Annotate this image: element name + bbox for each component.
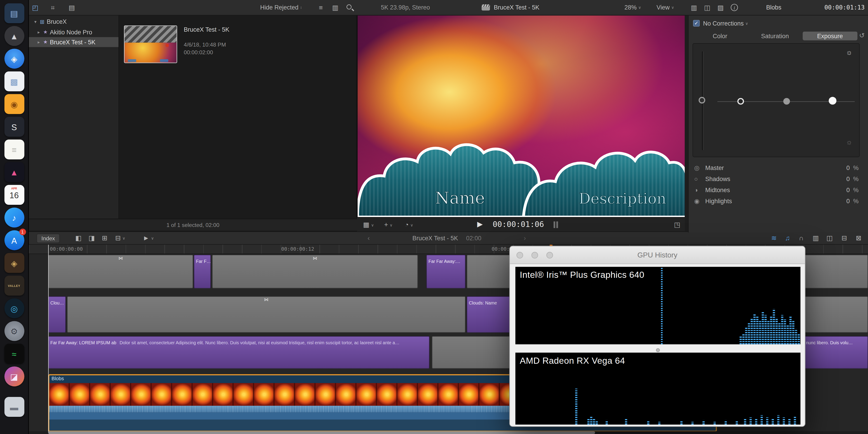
expand-viewer-icon[interactable]: ◳ xyxy=(674,220,680,229)
list-view-icon[interactable]: ▥ xyxy=(332,3,338,12)
shadows-ring-icon[interactable]: ○ xyxy=(694,176,698,182)
audio-skimming-icon[interactable]: ♫ xyxy=(785,234,790,242)
master-ring-icon[interactable]: ◎ xyxy=(694,164,700,172)
highlights-knob[interactable] xyxy=(829,97,836,105)
dock-s-app[interactable]: S xyxy=(4,117,24,137)
index-button[interactable]: Index xyxy=(37,234,60,243)
timeline-back-arrow[interactable]: ‹ xyxy=(368,234,370,242)
timeline-clip[interactable]: Clou… xyxy=(48,296,66,333)
solo-icon[interactable]: ∩ xyxy=(799,234,804,242)
zoom-dropdown[interactable]: 28%∨ xyxy=(624,4,641,10)
tab-color[interactable]: Color xyxy=(692,32,747,40)
shadows-knob[interactable] xyxy=(737,98,744,104)
row-value[interactable]: 0 xyxy=(846,197,850,204)
reset-icon[interactable]: ↺ xyxy=(859,31,865,40)
dock-app-editor[interactable]: ▤ xyxy=(4,3,24,23)
row-value[interactable]: 0 xyxy=(846,176,850,182)
overlays-icon[interactable]: +∨ xyxy=(384,220,393,230)
keyword-editor-icon[interactable]: ⌗ xyxy=(51,3,55,12)
clip-appearance-timeline-icon[interactable]: ◫ xyxy=(827,234,833,242)
dock-dark-compass[interactable]: ◎ xyxy=(4,298,24,318)
sidebar-item-library[interactable]: ▾ ⊞ BruceX xyxy=(29,17,119,26)
play-button[interactable]: ▶ xyxy=(477,220,483,228)
gpu-window-titlebar[interactable]: GPU History xyxy=(510,246,805,264)
midtones-ring-icon[interactable]: ◑ xyxy=(694,186,698,193)
dock-activity-monitor[interactable]: ≈ xyxy=(4,344,24,364)
unrendered-stripes xyxy=(125,26,177,42)
tab-saturation[interactable]: Saturation xyxy=(747,32,802,40)
timeline-clip[interactable]: ⋈ xyxy=(48,255,193,288)
timeline-clip[interactable]: nunc libero. Duis volu… xyxy=(804,336,868,369)
dock-itunes[interactable]: ♪ xyxy=(4,208,24,227)
timeline-clip[interactable]: ⋈ xyxy=(212,255,418,288)
transition-marker-icon: ⋈ xyxy=(264,297,269,302)
dock-safari[interactable]: ◈ xyxy=(4,49,24,69)
search-icon[interactable] xyxy=(346,4,351,9)
timeline-forward-arrow[interactable]: › xyxy=(524,234,526,242)
dock-notes[interactable]: ≡ xyxy=(4,140,24,159)
clip-label: Far Far Away:… xyxy=(427,258,460,264)
minimize-button[interactable] xyxy=(531,252,538,258)
timeline-clip[interactable]: Far Far Away: LOREM IPSUM abDolor sit am… xyxy=(48,336,430,369)
dock-calendar[interactable]: APR16 xyxy=(4,185,24,205)
view-dropdown[interactable]: View∨ xyxy=(656,4,674,10)
import-media-icon[interactable]: ◰ xyxy=(32,3,38,12)
insert-clip-icon[interactable]: ◨ xyxy=(89,234,95,242)
dock-system-preferences[interactable]: ⚙ xyxy=(4,321,24,341)
connect-clip-icon[interactable]: ◧ xyxy=(75,234,82,242)
close-timeline-icon[interactable]: ⊠ xyxy=(856,234,862,242)
skimming-icon[interactable]: ≋ xyxy=(771,234,777,242)
dock-game[interactable]: ◈ xyxy=(4,253,24,273)
zoom-button[interactable] xyxy=(546,252,553,258)
clip-thumbnail[interactable] xyxy=(124,26,177,63)
dock-launchpad[interactable]: ▲ xyxy=(4,26,24,46)
snapping-icon[interactable]: ▥ xyxy=(813,234,819,242)
row-value[interactable]: 0 xyxy=(846,164,850,171)
corrections-checkbox[interactable]: ✓ xyxy=(693,20,700,26)
panel-divider-handle[interactable] xyxy=(656,348,659,352)
timeline-clip[interactable]: ⋈ xyxy=(67,296,465,333)
panels-icon[interactable]: ◫ xyxy=(704,3,710,12)
pointer-tool[interactable]: ►∨ xyxy=(143,234,154,242)
timeline-clip[interactable]: Far F… xyxy=(194,255,211,288)
dock-downloads[interactable]: ▬ xyxy=(4,397,24,417)
disclosure-closed-icon[interactable]: ▸ xyxy=(37,30,41,35)
sidebar-item-event-akitio[interactable]: ▸ ★ Akitio Node Pro xyxy=(29,27,119,37)
dock-appstore[interactable]: A1 xyxy=(4,230,24,250)
dock-affinity[interactable]: ▲ xyxy=(4,162,24,182)
dock-final-cut-pro[interactable]: ◪ xyxy=(4,366,24,386)
clip-appearance-icon[interactable]: ≡ xyxy=(319,3,323,12)
append-clip-icon[interactable]: ⊞ xyxy=(102,234,107,242)
gpu-history-window[interactable]: GPU History Intel® Iris™ Plus Graphics 6… xyxy=(509,246,805,427)
timeline-clip[interactable]: Far Far Away:… xyxy=(426,255,466,288)
retime-icon[interactable]: ◔∨ xyxy=(405,220,413,230)
effects-icon[interactable]: ▨ xyxy=(717,3,724,12)
global-exposure-knob[interactable] xyxy=(699,97,705,103)
row-value[interactable]: 0 xyxy=(846,186,850,193)
disclosure-closed-icon[interactable]: ▸ xyxy=(37,39,41,44)
overwrite-clip-icon[interactable]: ⊟∨ xyxy=(115,234,125,242)
inspector-info-icon[interactable]: i xyxy=(731,4,738,11)
sidebar-item-label: BruceX xyxy=(47,18,67,25)
sidebar-item-event-brucex[interactable]: ▸ ★ BruceX Test - 5K xyxy=(29,37,119,47)
timeline-history-icon[interactable]: ⊟ xyxy=(841,234,847,242)
playhead[interactable] xyxy=(48,245,49,433)
dock-valley[interactable]: VALLEY xyxy=(4,276,24,296)
close-button[interactable] xyxy=(517,252,523,258)
color-board-icon[interactable]: ▥ xyxy=(691,3,697,12)
dock-app-editor-glyph: ▤ xyxy=(10,9,18,18)
background-tasks-icon[interactable]: ▤ xyxy=(69,3,75,12)
dock-emoji-app[interactable]: ◉ xyxy=(4,94,24,114)
filter-dropdown[interactable]: Hide Rejected↕ xyxy=(260,4,302,10)
disclosure-open-icon[interactable]: ▾ xyxy=(33,19,38,24)
view-options-icon[interactable]: ▦∨ xyxy=(363,220,374,230)
dock-mail[interactable]: ▩ xyxy=(4,71,24,91)
corrections-dropdown[interactable]: No Corrections∨ xyxy=(703,20,748,26)
highlights-ring-icon[interactable]: ◉ xyxy=(694,197,700,205)
dock-launchpad-glyph: ▲ xyxy=(10,32,18,40)
midtones-knob[interactable] xyxy=(783,98,790,104)
tab-exposure[interactable]: Exposure xyxy=(802,32,857,40)
timeline-scrollbar-thumb[interactable] xyxy=(48,431,595,434)
thumbnail-sun-dot xyxy=(165,43,169,47)
dock-valley-glyph: VALLEY xyxy=(8,284,20,287)
